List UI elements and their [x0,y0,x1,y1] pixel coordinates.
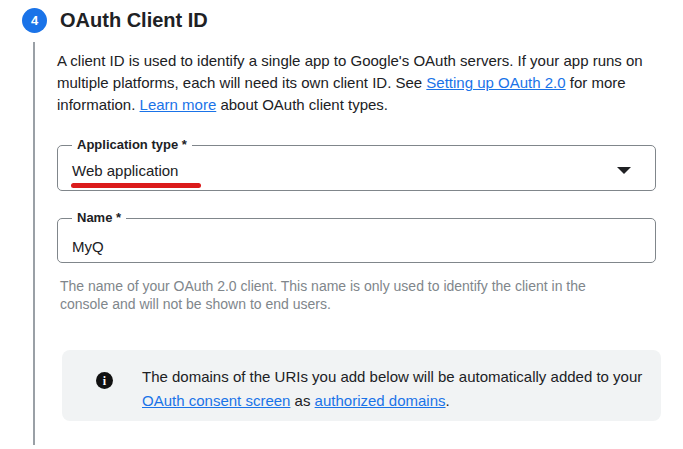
name-field: Name * [57,218,656,263]
oauth-consent-screen-link[interactable]: OAuth consent screen [142,392,290,409]
application-type-select[interactable]: Application type * Web application [57,145,656,191]
page-title: OAuth Client ID [60,8,208,33]
dropdown-arrow-icon [617,167,631,174]
application-type-label: Application type * [72,137,192,153]
info-banner: i The domains of the URIs you add below … [62,350,661,421]
learn-more-link[interactable]: Learn more [140,96,217,113]
application-type-value: Web application [72,162,178,179]
setting-up-oauth-link[interactable]: Setting up OAuth 2.0 [426,74,565,91]
step-number-badge: 4 [22,8,47,33]
description-segment: about OAuth client types. [216,96,388,113]
red-underline-annotation [71,183,201,188]
info-segment: The domains of the URIs you add below wi… [142,368,642,385]
stepper-connector-line [33,42,35,445]
info-banner-text: The domains of the URIs you add below wi… [142,365,647,413]
description-text: A client ID is used to identify a single… [57,50,651,116]
authorized-domains-link[interactable]: authorized domains [315,392,446,409]
info-segment: . [446,392,450,409]
info-segment: as [290,392,314,409]
oauth-client-id-step-panel: 4 OAuth Client ID A client ID is used to… [0,0,683,449]
info-icon-glyph: i [103,375,106,387]
info-icon: i [96,372,113,389]
name-helper-text: The name of your OAuth 2.0 client. This … [60,277,635,313]
name-input[interactable] [72,219,632,262]
step-number: 4 [31,13,38,28]
